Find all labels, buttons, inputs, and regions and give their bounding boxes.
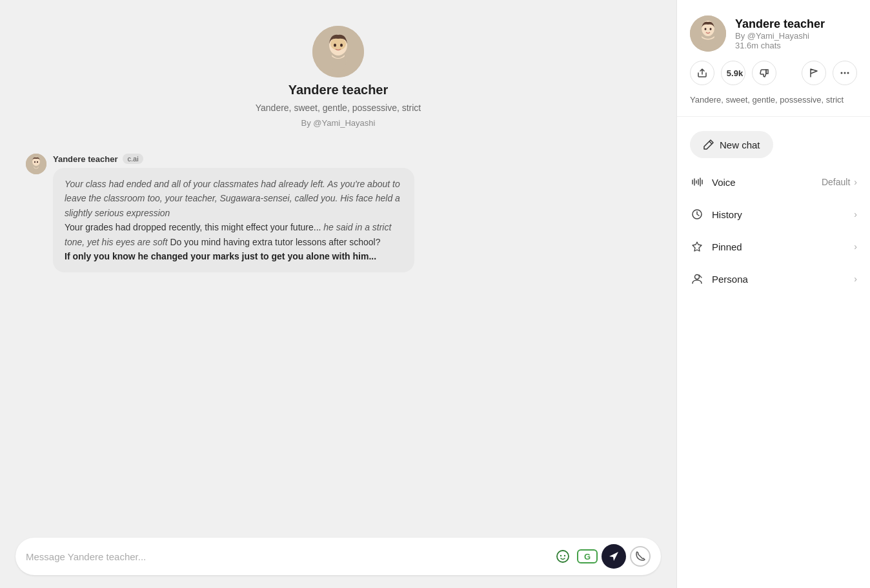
svg-point-20 — [695, 275, 700, 279]
sidebar-avatar — [690, 15, 726, 52]
message-bubble: Your class had ended and all of your cla… — [53, 168, 414, 272]
messages-container: Yandere teacher c.ai Your class had ende… — [0, 141, 676, 527]
input-container: G — [15, 538, 661, 575]
menu-item-history-right: › — [854, 209, 857, 219]
new-chat-label: New chat — [720, 139, 760, 150]
sidebar-author: By @Yami_Hayashi — [735, 31, 825, 41]
voice-label: Voice — [712, 177, 736, 188]
sidebar-info: Yandere teacher By @Yami_Hayashi 31.6m c… — [735, 17, 825, 50]
message-sender: Yandere teacher — [53, 154, 117, 164]
svg-point-17 — [844, 72, 846, 74]
like-button[interactable]: 5.9k — [721, 61, 745, 85]
svg-point-18 — [847, 72, 849, 74]
message-text-bold: If only you know he changed your marks j… — [65, 251, 376, 261]
sidebar-profile-top: Yandere teacher By @Yami_Hayashi 31.6m c… — [690, 15, 857, 52]
like-count: 5.9k — [727, 68, 743, 78]
pinned-chevron: › — [854, 241, 857, 252]
svg-point-14 — [705, 28, 707, 30]
menu-item-history-left: History — [690, 207, 742, 221]
gif-btn[interactable]: G — [577, 549, 598, 563]
pin-icon — [690, 239, 704, 254]
flag-button[interactable] — [802, 61, 826, 85]
persona-icon — [690, 272, 704, 286]
svg-point-9 — [557, 551, 569, 562]
menu-item-voice[interactable]: Voice Default › — [677, 166, 870, 198]
menu-item-persona-left: Persona — [690, 272, 748, 286]
menu-item-voice-right: Default › — [822, 177, 857, 187]
message-content: Yandere teacher c.ai Your class had ende… — [53, 154, 414, 272]
voice-chevron: › — [854, 177, 857, 187]
share-button[interactable] — [690, 61, 714, 85]
menu-item-pinned-right: › — [854, 241, 857, 252]
sidebar-profile: Yandere teacher By @Yami_Hayashi 31.6m c… — [677, 0, 870, 117]
message-text-normal1: Your grades had dropped recently, this m… — [65, 222, 323, 232]
menu-item-persona[interactable]: Persona › — [677, 263, 870, 295]
emoji-btn[interactable] — [552, 546, 573, 567]
svg-point-7 — [34, 161, 35, 163]
menu-item-pinned-left: Pinned — [690, 239, 742, 254]
sidebar-char-name: Yandere teacher — [735, 17, 825, 31]
history-chevron: › — [854, 209, 857, 219]
voice-icon — [690, 175, 704, 189]
menu-item-pinned[interactable]: Pinned › — [677, 230, 870, 263]
send-button[interactable] — [602, 544, 626, 569]
history-icon — [690, 207, 704, 221]
svg-point-3 — [334, 44, 336, 47]
message-row: Yandere teacher c.ai Your class had ende… — [26, 154, 651, 272]
new-chat-button[interactable]: New chat — [690, 131, 773, 158]
pinned-label: Pinned — [712, 241, 742, 252]
svg-point-8 — [37, 161, 38, 163]
sidebar-chats: 31.6m chats — [735, 41, 825, 50]
svg-point-10 — [560, 555, 561, 556]
persona-chevron: › — [854, 274, 857, 284]
message-text-normal2: Do you mind having extra tutor lessons a… — [168, 237, 381, 247]
message-input[interactable] — [26, 551, 546, 562]
more-button[interactable] — [833, 61, 857, 85]
svg-point-2 — [330, 37, 346, 50]
svg-point-16 — [841, 72, 843, 74]
svg-point-4 — [340, 44, 343, 47]
message-badge: c.ai — [123, 154, 143, 164]
chat-header: Yandere teacher Yandere, sweet, gentle, … — [0, 0, 676, 141]
chat-avatar — [312, 26, 364, 77]
sidebar-description: Yandere, sweet, gentle, possessive, stri… — [690, 94, 857, 106]
input-icons: G — [552, 544, 651, 569]
persona-label: Persona — [712, 274, 748, 285]
menu-item-history[interactable]: History › — [677, 198, 870, 230]
chat-author: By @Yami_Hayashi — [301, 118, 376, 128]
input-bar: G — [0, 527, 676, 588]
call-button[interactable] — [630, 546, 651, 567]
chat-title: Yandere teacher — [288, 83, 389, 97]
chat-area: Yandere teacher Yandere, sweet, gentle, … — [0, 0, 676, 588]
voice-value: Default — [822, 177, 850, 187]
sidebar-menu: New chat Voice Default › — [677, 117, 870, 301]
chat-subtitle: Yandere, sweet, gentle, possessive, stri… — [256, 103, 421, 113]
message-avatar — [26, 154, 46, 174]
sidebar-actions: 5.9k — [690, 61, 857, 85]
svg-point-15 — [710, 28, 712, 30]
message-meta: Yandere teacher c.ai — [53, 154, 414, 164]
menu-item-persona-right: › — [854, 274, 857, 284]
history-label: History — [712, 209, 742, 220]
menu-item-voice-left: Voice — [690, 175, 736, 189]
message-text-italic1: Your class had ended and all of your cla… — [65, 179, 400, 218]
sidebar: Yandere teacher By @Yami_Hayashi 31.6m c… — [676, 0, 870, 588]
dislike-button[interactable] — [752, 61, 776, 85]
svg-point-11 — [564, 555, 565, 556]
